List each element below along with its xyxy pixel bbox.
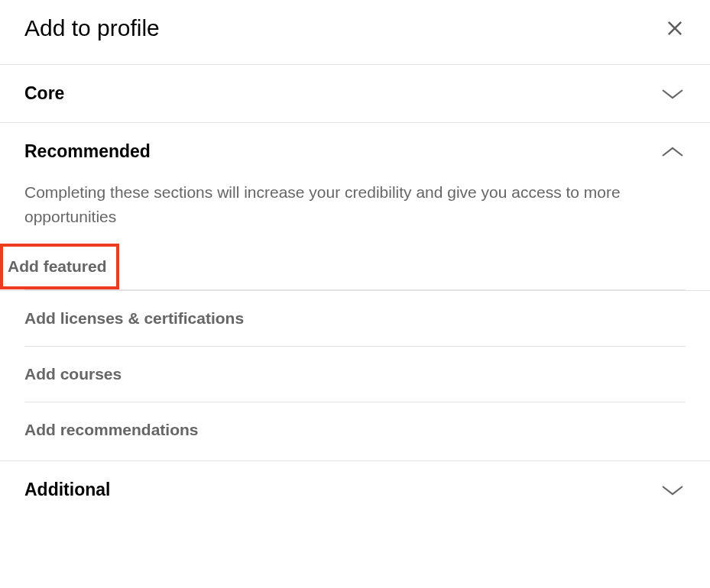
section-recommended-description: Completing these sections will increase … <box>0 180 710 244</box>
add-recommendations-item[interactable]: Add recommendations <box>24 402 686 460</box>
close-button[interactable] <box>664 18 686 39</box>
dialog-title: Add to profile <box>24 15 160 41</box>
section-core-header[interactable]: Core <box>0 65 710 122</box>
chevron-up-icon <box>660 144 686 160</box>
chevron-down-icon <box>660 86 686 102</box>
section-recommended: Recommended Completing these sections wi… <box>0 122 710 460</box>
section-additional: Additional <box>0 460 710 519</box>
add-courses-item[interactable]: Add courses <box>24 347 686 402</box>
close-icon <box>664 18 686 39</box>
section-core: Core <box>0 64 710 122</box>
section-additional-header[interactable]: Additional <box>0 461 710 519</box>
add-licenses-item[interactable]: Add licenses & certifications <box>24 291 686 347</box>
dialog-header: Add to profile <box>0 0 710 64</box>
add-featured-item[interactable]: Add featured <box>8 257 107 275</box>
section-additional-title: Additional <box>24 480 110 500</box>
chevron-down-icon <box>660 482 686 499</box>
section-recommended-header[interactable]: Recommended <box>0 123 710 180</box>
section-core-title: Core <box>24 83 64 104</box>
section-recommended-title: Recommended <box>24 141 151 162</box>
